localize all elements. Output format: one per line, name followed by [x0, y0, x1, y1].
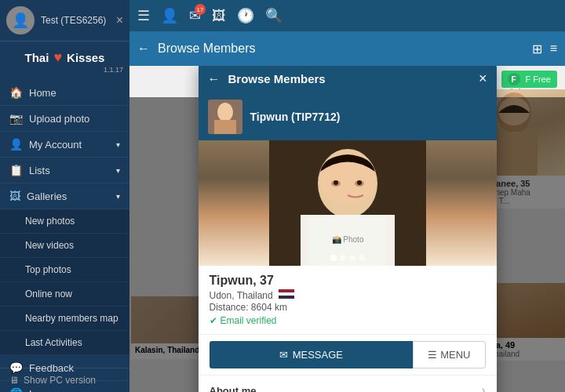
sidebar-logo: Thai ♥ Kisses [0, 42, 129, 69]
sidebar-item-new-photos[interactable]: New photos [0, 209, 129, 234]
modal-actions: ✉ MESSAGE ☰ MENU [199, 335, 497, 376]
upload-icon: 📷 [9, 112, 23, 125]
logo-heart-icon: ♥ [53, 49, 62, 66]
modal-photo: 📸 Photo [199, 140, 497, 266]
dot-2[interactable] [340, 255, 346, 261]
svg-text:📸 Photo: 📸 Photo [331, 234, 363, 245]
sidebar-close-button[interactable]: × [116, 13, 123, 27]
about-me-section[interactable]: About me › [199, 376, 497, 392]
cards-area: F F Free Daily free contacts Kanlayanee,… [129, 66, 565, 392]
svg-point-4 [217, 103, 233, 122]
list-view-icon[interactable]: ≡ [550, 42, 557, 56]
sidebar-item-nearby-map[interactable]: Nearby members map [0, 307, 129, 331]
sidebar-item-label: New videos [25, 240, 74, 251]
check-icon: ✔ [210, 315, 217, 326]
show-pc-button[interactable]: 🖥 Show PC version [9, 375, 120, 386]
browse-title: Browse Members [158, 42, 255, 56]
monitor-icon: 🖥 [9, 375, 19, 386]
back-icon[interactable]: ← [137, 42, 150, 56]
browse-view-icons: ⊞ ≡ [532, 42, 557, 56]
sidebar-item-upload-photo[interactable]: 📷 Upload photo [0, 106, 129, 132]
account-icon: 👤 [9, 138, 23, 151]
sidebar-item-home[interactable]: 🏠 Home [0, 80, 129, 106]
sidebar-item-label: Last Activities [25, 337, 82, 348]
sidebar-item-label: New photos [25, 216, 75, 227]
sidebar-version: 1.1.17 [0, 66, 129, 74]
gallery-icon: 🖼 [9, 190, 20, 202]
dot-3[interactable] [349, 255, 355, 261]
mail-icon: ✉ [279, 349, 288, 361]
svg-point-12 [334, 180, 338, 185]
sidebar-item-label: Online now [25, 289, 72, 299]
mail-badge: 17 [195, 4, 206, 15]
chevron-down-icon: ▾ [116, 140, 120, 149]
clock-icon[interactable]: 🕐 [237, 7, 254, 24]
photo-dots [330, 255, 365, 261]
about-me-title: About me [210, 385, 257, 393]
menu-icon[interactable]: ☰ [137, 7, 150, 24]
sidebar-bottom: 🖥 Show PC version [0, 368, 129, 392]
member-modal: ← Browse Members × Tipwun (TIP7712) [199, 66, 497, 392]
sidebar-item-last-activities[interactable]: Last Activities [0, 331, 129, 355]
sidebar-item-my-account[interactable]: 👤 My Account ▾ [0, 132, 129, 158]
modal-header: ← Browse Members × [199, 66, 497, 93]
menu-button[interactable]: ☰ MENU [413, 341, 485, 368]
sidebar-item-online-now[interactable]: Online now [0, 282, 129, 307]
sidebar-item-label: My Account [29, 139, 82, 151]
svg-rect-5 [214, 120, 236, 134]
chevron-down-icon: ▾ [116, 192, 120, 201]
menu-icon: ☰ [428, 349, 437, 361]
sidebar-item-label: Home [29, 87, 56, 99]
modal-title: Browse Members [228, 72, 326, 85]
sidebar-item-label: Nearby members map [25, 313, 118, 324]
list-icon: 📋 [9, 164, 23, 176]
modal-back-button[interactable]: ← [208, 72, 221, 86]
avatar: 👤 [6, 6, 35, 34]
sidebar-item-label: Galleries [27, 191, 67, 202]
modal-avatar-row: Tipwun (TIP7712) [199, 93, 497, 140]
modal-email-verified: ✔ Email verified [210, 315, 486, 326]
browse-header: ← Browse Members ⊞ ≡ [129, 31, 565, 66]
sidebar-item-label: Top photos [25, 264, 71, 275]
sidebar-username: Test (TES6256) [41, 15, 106, 26]
sidebar-item-top-photos[interactable]: Top photos [0, 258, 129, 282]
modal-user-avatar [208, 100, 242, 134]
dot-1[interactable] [330, 255, 337, 261]
show-pc-label: Show PC version [24, 375, 96, 386]
sidebar-item-galleries[interactable]: 🖼 Galleries ▾ [0, 183, 129, 209]
svg-point-13 [357, 180, 362, 185]
sidebar-item-label: Upload photo [29, 113, 89, 125]
profile-icon[interactable]: 👤 [161, 7, 178, 24]
free-badge[interactable]: F F Free [501, 71, 557, 88]
mail-icon[interactable]: ✉ 17 [189, 7, 201, 24]
sidebar: 👤 Test (TES6256) × Thai ♥ Kisses 1.1.17 … [0, 0, 129, 392]
modal-location: Udon, Thailand [210, 289, 486, 301]
modal-user-info: Tipwun, 37 Udon, Thailand Distance: 8604… [199, 266, 497, 335]
grid-view-icon[interactable]: ⊞ [532, 42, 542, 56]
search-icon[interactable]: 🔍 [265, 7, 282, 24]
modal-photo-area[interactable]: 📸 Photo [199, 140, 497, 266]
chevron-right-icon: › [481, 383, 485, 392]
modal-distance: Distance: 8604 km [210, 302, 486, 313]
logo-text: Thai [25, 51, 49, 64]
sidebar-navigation: 🏠 Home 📷 Upload photo 👤 My Account ▾ 📋 L… [0, 80, 129, 392]
modal-name-age: Tipwun, 37 [210, 274, 486, 288]
home-icon: 🏠 [9, 86, 23, 99]
chevron-down-icon: ▾ [116, 166, 120, 175]
photo-icon[interactable]: 🖼 [212, 8, 226, 24]
thailand-flag [279, 289, 294, 299]
modal-overlay: ← Browse Members × Tipwun (TIP7712) [129, 97, 565, 392]
main-area: ☰ 👤 ✉ 17 🖼 🕐 🔍 ← Browse Members ⊞ ≡ F F … [129, 0, 565, 392]
sidebar-header: 👤 Test (TES6256) × [0, 0, 129, 42]
sidebar-item-lists[interactable]: 📋 Lists ▾ [0, 158, 129, 183]
sidebar-item-label: Lists [29, 165, 50, 176]
modal-close-button[interactable]: × [479, 71, 487, 87]
logo-text2: Kisses [67, 51, 104, 64]
modal-user-name: Tipwun (TIP7712) [250, 111, 341, 123]
top-navigation: ☰ 👤 ✉ 17 🖼 🕐 🔍 [129, 0, 565, 31]
message-button[interactable]: ✉ MESSAGE [210, 341, 414, 368]
dot-4[interactable] [359, 255, 365, 261]
sidebar-item-new-videos[interactable]: New videos [0, 234, 129, 258]
